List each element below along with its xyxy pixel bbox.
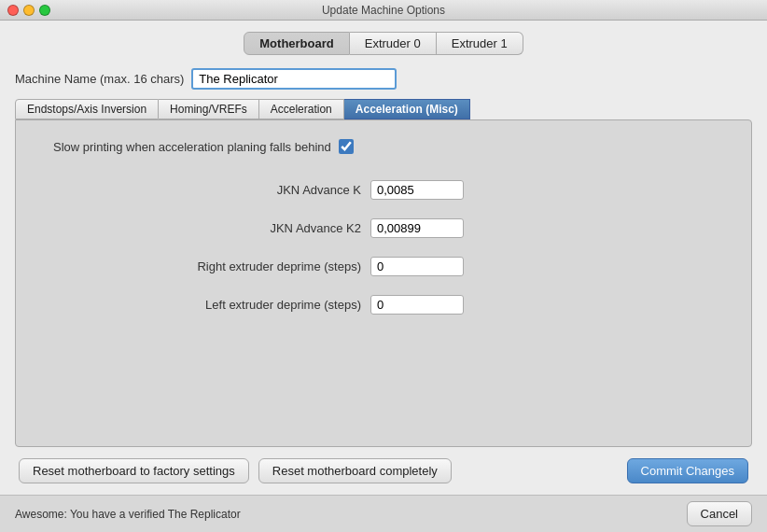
bottom-bar: Reset motherboard to factory settings Re… (15, 458, 752, 483)
slow-printing-label: Slow printing when acceleration planing … (53, 140, 331, 154)
status-text: Awesome: You have a verified The Replica… (15, 508, 241, 521)
minimize-button[interactable] (23, 5, 35, 16)
machine-name-input[interactable] (191, 68, 397, 90)
title-bar: Update Machine Options (0, 0, 767, 21)
left-deprime-label: Left extruder deprime (steps) (44, 298, 361, 312)
window-title: Update Machine Options (322, 4, 445, 17)
tab-motherboard[interactable]: Motherboard (244, 32, 349, 55)
right-deprime-label: Right extruder deprime (steps) (44, 259, 361, 273)
jkn-k-input[interactable] (370, 180, 464, 200)
tab-extruder0[interactable]: Extruder 0 (350, 32, 437, 55)
maximize-button[interactable] (39, 5, 50, 16)
commit-changes-button[interactable]: Commit Changes (627, 458, 748, 483)
jkn-k2-label: JKN Advance K2 (44, 221, 361, 235)
slow-printing-checkbox[interactable] (339, 139, 354, 154)
sub-tab-bar: Endstops/Axis Inversion Homing/VREFs Acc… (15, 99, 752, 119)
right-deprime-row: Right extruder deprime (steps) (44, 257, 723, 276)
tab-accel-misc[interactable]: Acceleration (Misc) (344, 99, 470, 119)
tab-acceleration[interactable]: Acceleration (259, 99, 344, 119)
window-controls (7, 5, 50, 16)
jkn-k2-row: JKN Advance K2 (44, 218, 723, 238)
left-deprime-input[interactable] (370, 295, 464, 315)
status-bar: Awesome: You have a verified The Replica… (0, 495, 767, 532)
right-deprime-input[interactable] (370, 257, 464, 276)
reset-factory-button[interactable]: Reset motherboard to factory settings (19, 458, 249, 483)
jkn-k-label: JKN Advance K (44, 183, 361, 197)
jkn-k2-input[interactable] (370, 218, 464, 238)
slow-printing-row: Slow printing when acceleration planing … (44, 139, 723, 154)
window-body: Motherboard Extruder 0 Extruder 1 Machin… (0, 21, 767, 495)
tab-extruder1[interactable]: Extruder 1 (437, 32, 523, 55)
tab-endstops[interactable]: Endstops/Axis Inversion (15, 99, 159, 119)
close-button[interactable] (7, 5, 19, 16)
content-area: Slow printing when acceleration planing … (15, 119, 752, 447)
tab-homing[interactable]: Homing/VREFs (159, 99, 259, 119)
machine-name-label: Machine Name (max. 16 chars) (15, 72, 184, 86)
left-deprime-row: Left extruder deprime (steps) (44, 295, 723, 315)
cancel-button[interactable]: Cancel (687, 501, 752, 526)
machine-name-row: Machine Name (max. 16 chars) (15, 68, 752, 90)
jkn-k-row: JKN Advance K (44, 180, 723, 200)
reset-completely-button[interactable]: Reset motherboard completely (258, 458, 452, 483)
main-tab-bar: Motherboard Extruder 0 Extruder 1 (15, 32, 752, 55)
bottom-left-buttons: Reset motherboard to factory settings Re… (19, 458, 452, 483)
